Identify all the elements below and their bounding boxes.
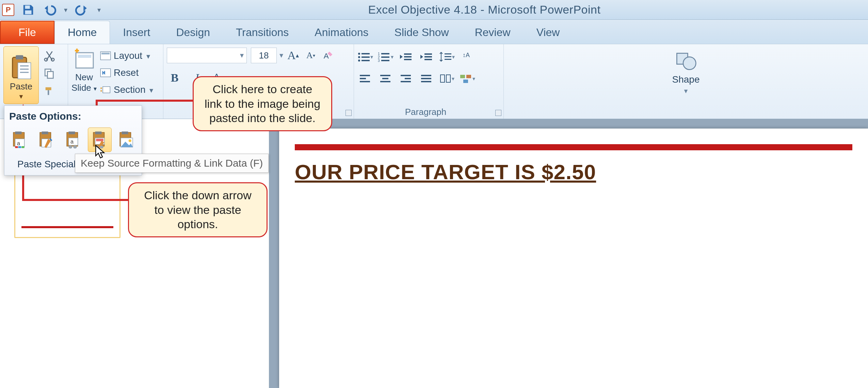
font-size-value: 18 (259, 50, 269, 61)
svg-rect-61 (463, 80, 468, 83)
undo-icon[interactable] (42, 2, 58, 18)
reset-button[interactable]: Reset (100, 65, 153, 81)
slide-thumbnail[interactable] (14, 170, 120, 238)
grow-font-icon[interactable]: A▴ (285, 48, 301, 63)
svg-rect-19 (100, 90, 102, 91)
svg-rect-40 (424, 59, 432, 60)
svg-rect-88 (122, 132, 128, 134)
svg-point-90 (129, 139, 131, 142)
svg-rect-36 (404, 56, 412, 57)
svg-rect-38 (424, 53, 432, 55)
paragraph-group-label: Paragraph (354, 107, 497, 117)
shapes-label: Shape (672, 74, 700, 85)
paste-options-row: a a (8, 126, 138, 155)
paste-option-picture[interactable] (114, 128, 138, 152)
text-direction-icon[interactable]: ↕A (460, 49, 475, 65)
svg-rect-4 (18, 63, 31, 79)
svg-rect-83 (96, 139, 103, 140)
title-bar: P ▾ ▾ Excel Objective 4.18 - Microsoft P… (0, 0, 868, 20)
svg-rect-43 (445, 59, 451, 60)
svg-rect-41 (445, 53, 451, 54)
bold-button[interactable]: B (167, 70, 182, 86)
tab-home[interactable]: Home (54, 21, 110, 44)
chevron-down-icon: ▼ (18, 93, 24, 100)
svg-rect-72 (42, 132, 48, 134)
tab-transitions[interactable]: Transitions (223, 21, 302, 44)
font-size-select[interactable]: 18 (251, 48, 277, 63)
svg-point-25 (358, 56, 360, 58)
svg-rect-26 (361, 56, 370, 58)
svg-rect-52 (405, 78, 411, 79)
svg-rect-57 (440, 75, 445, 82)
svg-point-9 (51, 58, 54, 61)
paste-option-keep-source-formatting[interactable] (34, 128, 58, 152)
svg-rect-56 (421, 81, 431, 82)
tab-insert[interactable]: Insert (110, 21, 163, 44)
shrink-font-icon[interactable]: A▾ (303, 48, 319, 63)
font-family-select[interactable]: ▾ (167, 48, 247, 63)
save-icon[interactable] (20, 2, 36, 18)
svg-rect-11 (47, 71, 53, 78)
paragraph-dialog-launcher[interactable] (495, 110, 501, 116)
format-painter-icon[interactable] (42, 84, 57, 98)
paste-option-use-destination-theme[interactable]: a (8, 128, 32, 152)
bullets-icon[interactable]: ▾ (357, 49, 373, 65)
paste-button[interactable]: Paste ▼ (3, 46, 39, 104)
svg-rect-68 (15, 146, 18, 148)
copy-icon[interactable] (42, 67, 57, 80)
columns-icon[interactable]: ▾ (439, 71, 455, 86)
clear-formatting-icon[interactable]: A (321, 48, 336, 63)
tab-animations[interactable]: Animations (302, 21, 381, 44)
svg-rect-47 (360, 81, 370, 82)
reset-label: Reset (114, 67, 139, 78)
paste-option-embed[interactable]: a (61, 128, 85, 152)
new-slide-button[interactable]: New Slide ▾ (71, 46, 97, 98)
svg-rect-37 (404, 59, 412, 60)
tab-design[interactable]: Design (163, 21, 223, 44)
align-left-icon[interactable] (357, 71, 373, 86)
group-paragraph: ▾ 123▾ ▾ ↕A ▾ ▾ Paragraph (354, 44, 504, 119)
svg-rect-42 (445, 56, 451, 57)
decrease-indent-icon[interactable] (398, 49, 414, 65)
slide-accent-bar (295, 144, 852, 150)
tab-view[interactable]: View (524, 21, 573, 44)
svg-rect-48 (380, 75, 390, 76)
layout-button[interactable]: Layout (100, 48, 153, 64)
ribbon-tabs: File Home Insert Design Transitions Anim… (0, 20, 868, 44)
svg-rect-45 (360, 75, 370, 76)
smartart-convert-icon[interactable]: ▾ (460, 71, 475, 86)
svg-point-23 (358, 53, 360, 55)
qat-customize-icon[interactable]: ▾ (97, 6, 101, 14)
section-button[interactable]: Section (100, 82, 153, 98)
slide-preview[interactable]: OUR PRICE TARGET IS $2.50 (279, 129, 868, 388)
svg-rect-1 (25, 10, 32, 14)
align-center-icon[interactable] (378, 71, 393, 86)
align-right-icon[interactable] (398, 71, 414, 86)
new-slide-icon (72, 48, 96, 72)
line-spacing-icon[interactable]: ▾ (439, 49, 455, 65)
redo-icon[interactable] (74, 2, 89, 18)
increase-indent-icon[interactable] (419, 49, 434, 65)
numbering-icon[interactable]: 123▾ (378, 49, 393, 65)
tab-slideshow[interactable]: Slide Show (382, 21, 462, 44)
svg-rect-84 (96, 140, 103, 141)
svg-rect-49 (382, 78, 388, 79)
svg-rect-50 (380, 81, 390, 82)
callout-down-arrow: Click the down arrow to view the paste o… (128, 182, 268, 237)
svg-rect-15 (101, 53, 110, 54)
svg-rect-55 (421, 78, 431, 79)
tab-review[interactable]: Review (462, 21, 524, 44)
undo-more-icon[interactable]: ▾ (64, 6, 67, 14)
svg-rect-30 (381, 53, 389, 54)
shapes-icon[interactable] (675, 50, 697, 71)
svg-text:↕A: ↕A (463, 52, 470, 58)
paste-option-keep-source-link[interactable] (88, 128, 112, 152)
app-icon: P (2, 4, 14, 16)
paste-option-tooltip: Keep Source Formatting & Link Data (F) (75, 154, 269, 173)
font-dialog-launcher[interactable] (345, 110, 352, 116)
tab-file[interactable]: File (0, 21, 54, 44)
cut-icon[interactable] (42, 49, 57, 63)
chevron-down-icon[interactable]: ▾ (279, 51, 283, 60)
justify-icon[interactable] (419, 71, 434, 86)
svg-point-85 (95, 146, 99, 149)
